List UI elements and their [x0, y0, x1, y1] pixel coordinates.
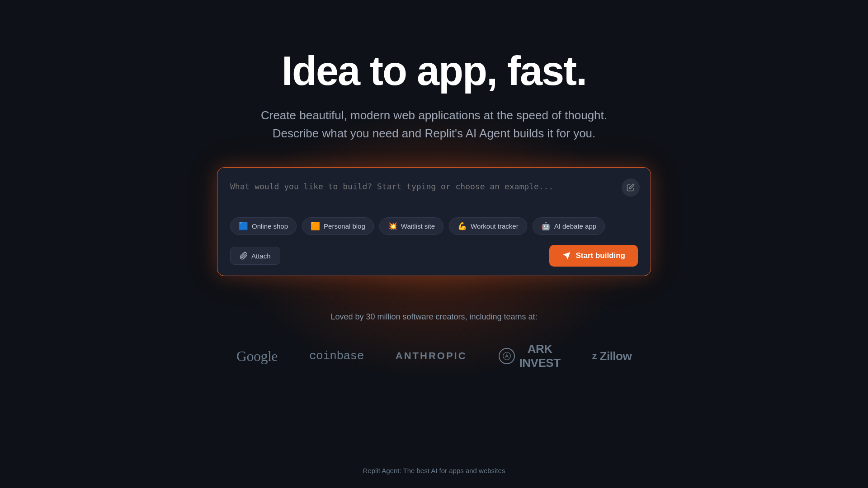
footer-text: Replit Agent: The best AI for apps and w…	[363, 467, 505, 474]
zillow-logo: z Zillow	[592, 349, 632, 363]
company-logos: Google coinbase ANTHROPIC ARKINVEST z Zi…	[236, 342, 632, 370]
zillow-z-icon: z	[592, 350, 597, 362]
paperclip-icon	[240, 252, 248, 260]
start-building-button[interactable]: Start building	[549, 245, 638, 267]
send-icon	[562, 251, 571, 260]
chip-workout-tracker[interactable]: 💪Workout tracker	[449, 217, 527, 235]
hero-subtitle: Create beautiful, modern web application…	[258, 106, 610, 143]
ai-debate-app-label: AI debate app	[554, 222, 596, 230]
ark-circle-icon	[499, 348, 515, 364]
waitlist-site-label: Waitlist site	[401, 222, 435, 230]
online-shop-emoji: 🟦	[239, 221, 248, 231]
edit-icon	[627, 183, 635, 192]
chip-ai-debate-app[interactable]: 🤖AI debate app	[533, 217, 605, 235]
ark-logo: ARKINVEST	[499, 342, 561, 370]
attach-button[interactable]: Attach	[230, 247, 280, 265]
ai-debate-app-emoji: 🤖	[541, 221, 551, 231]
hero-title: Idea to app, fast.	[282, 50, 586, 93]
coinbase-logo: coinbase	[309, 349, 364, 363]
ark-text: ARKINVEST	[519, 342, 561, 370]
bottom-bar: Attach Start building	[230, 245, 638, 267]
build-input[interactable]	[230, 180, 638, 205]
workout-tracker-emoji: 💪	[458, 221, 467, 231]
waitlist-site-emoji: 💥	[388, 221, 397, 231]
anthropic-logo: ANTHROPIC	[396, 350, 467, 362]
google-logo: Google	[236, 348, 278, 365]
zillow-text: Zillow	[600, 349, 632, 363]
example-chips: 🟦Online shop🟧Personal blog💥Waitlist site…	[230, 217, 638, 235]
personal-blog-emoji: 🟧	[311, 221, 320, 231]
social-proof-section: Loved by 30 million software creators, i…	[236, 312, 632, 370]
online-shop-label: Online shop	[252, 222, 288, 230]
svg-point-0	[503, 352, 510, 360]
chip-online-shop[interactable]: 🟦Online shop	[230, 217, 297, 235]
start-building-label: Start building	[576, 251, 625, 260]
personal-blog-label: Personal blog	[324, 222, 365, 230]
chip-waitlist-site[interactable]: 💥Waitlist site	[379, 217, 443, 235]
attach-label: Attach	[251, 252, 271, 260]
main-container: Idea to app, fast. Create beautiful, mod…	[0, 0, 868, 370]
build-input-box: 🟦Online shop🟧Personal blog💥Waitlist site…	[217, 167, 651, 276]
social-proof-text: Loved by 30 million software creators, i…	[236, 312, 632, 322]
chip-personal-blog[interactable]: 🟧Personal blog	[302, 217, 374, 235]
edit-icon-button[interactable]	[622, 178, 640, 197]
footer: Replit Agent: The best AI for apps and w…	[363, 467, 505, 474]
workout-tracker-label: Workout tracker	[471, 222, 519, 230]
